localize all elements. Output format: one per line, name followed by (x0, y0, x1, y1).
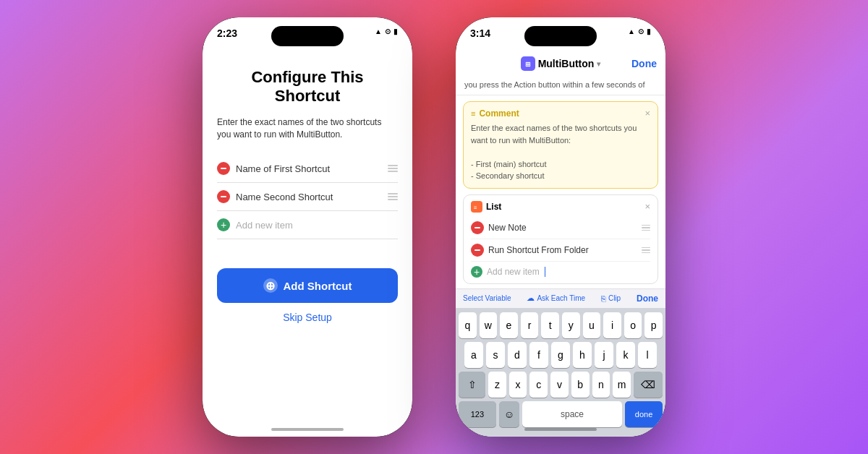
add-item-row[interactable]: Add new item (217, 211, 398, 239)
list-plus-icon[interactable] (471, 266, 482, 278)
list-drag-1[interactable] (642, 225, 650, 231)
svg-text:≡: ≡ (474, 205, 477, 210)
key-k[interactable]: k (616, 342, 635, 368)
wifi-icon-right: ⊙ (638, 27, 644, 35)
key-g[interactable]: g (551, 342, 570, 368)
list-item-2[interactable]: Name Second Shortcut (217, 183, 398, 211)
key-c[interactable]: c (529, 372, 548, 398)
list-row-1[interactable]: New Note (471, 217, 650, 239)
nav-title-text: MultiButton (538, 58, 595, 69)
key-delete[interactable]: ⌫ (634, 372, 663, 398)
key-s[interactable]: s (486, 342, 505, 368)
key-done[interactable]: done (625, 401, 663, 427)
list-block-header: ≡ List × (471, 201, 650, 213)
minus-icon-2[interactable] (217, 190, 230, 203)
key-h[interactable]: h (573, 342, 592, 368)
key-v[interactable]: v (550, 372, 569, 398)
add-shortcut-plus-icon: ⊕ (263, 278, 278, 293)
list-item-1[interactable]: Name of First Shortcut (217, 155, 398, 183)
item-text-2: Name Second Shortcut (236, 192, 333, 202)
svg-text:⊞: ⊞ (525, 61, 531, 68)
key-z[interactable]: z (488, 372, 506, 398)
status-icons-right: ▲ ⊙ ▮ (628, 27, 651, 35)
list-row-2[interactable]: Run Shortcut From Folder (471, 239, 650, 262)
list-icon: ≡ (471, 201, 482, 213)
list-add-item-text: Add new item (487, 267, 540, 277)
bottom-bar-keyboard: 🌐 🎤 (459, 431, 663, 437)
keyboard-row-2: a s d f g h j k l (459, 342, 663, 368)
minus-icon-1[interactable] (217, 162, 230, 175)
select-variable-button[interactable]: Select Variable (463, 294, 511, 302)
key-n[interactable]: n (592, 372, 610, 398)
skip-label: Skip Setup (283, 312, 332, 323)
key-u[interactable]: u (583, 312, 601, 338)
toolbar-done-button[interactable]: Done (637, 294, 658, 304)
key-space[interactable]: space (522, 401, 622, 427)
key-q[interactable]: q (459, 312, 477, 338)
configure-description: Enter the exact names of the two shortcu… (217, 116, 398, 141)
chevron-down-icon: ▾ (597, 60, 600, 68)
add-shortcut-label: Add Shortcut (284, 280, 352, 292)
key-a[interactable]: a (464, 342, 483, 368)
key-p[interactable]: p (644, 312, 663, 338)
plus-icon[interactable] (217, 218, 230, 231)
key-m[interactable]: m (613, 372, 631, 398)
key-y[interactable]: y (562, 312, 580, 338)
skip-setup-link[interactable]: Skip Setup (217, 312, 398, 323)
drag-handle-1[interactable] (388, 165, 398, 172)
time-left: 2:23 (217, 27, 237, 39)
left-phone: 2:23 ▲ ⊙ ▮ Configure This Shortcut Enter… (203, 17, 412, 437)
list-item-1-left: Name of First Shortcut (217, 162, 330, 175)
list-minus-icon-1[interactable] (471, 221, 484, 234)
left-screen-content: Configure This Shortcut Enter the exact … (203, 53, 412, 437)
keyboard: q w e r t y u i o p a s d f g h (456, 308, 665, 437)
key-123[interactable]: 123 (459, 401, 496, 427)
key-o[interactable]: o (624, 312, 642, 338)
clipboard-icon: ⎘ (601, 294, 606, 303)
list-add-item-row[interactable]: Add new item (471, 262, 650, 278)
time-right: 3:14 (470, 27, 490, 39)
key-e[interactable]: e (500, 312, 518, 338)
key-emoji[interactable]: ☺ (499, 401, 519, 427)
comment-header: ≡ Comment × (471, 108, 650, 119)
key-shift[interactable]: ⇧ (459, 372, 485, 398)
wifi-icon: ⊙ (385, 27, 391, 35)
list-minus-icon-2[interactable] (471, 244, 484, 257)
key-w[interactable]: w (480, 312, 498, 338)
globe-icon[interactable]: 🌐 (470, 435, 486, 437)
left-screen: 2:23 ▲ ⊙ ▮ Configure This Shortcut Enter… (203, 17, 412, 437)
list-block: ≡ List × New Note (463, 194, 658, 284)
list-close-button[interactable]: × (644, 201, 650, 212)
signal-icon-right: ▲ (628, 27, 635, 35)
key-t[interactable]: t (541, 312, 559, 338)
ask-each-time-button[interactable]: ☁ Ask Each Time (527, 294, 585, 303)
key-d[interactable]: d (508, 342, 527, 368)
list-row-text-2: Run Shortcut From Folder (488, 245, 589, 255)
nav-title: ⊞ MultiButton ▾ (521, 56, 601, 71)
app-icon: ⊞ (521, 56, 535, 71)
key-j[interactable]: j (595, 342, 613, 368)
key-f[interactable]: f (529, 342, 548, 368)
key-b[interactable]: b (571, 372, 590, 398)
dynamic-island-right (524, 26, 597, 46)
item-text-1: Name of First Shortcut (236, 163, 330, 174)
list-drag-2[interactable] (642, 247, 650, 254)
key-i[interactable]: i (603, 312, 621, 338)
keyboard-row-4: 123 ☺ space done (459, 401, 663, 427)
key-x[interactable]: x (509, 372, 527, 398)
configure-title: Configure This Shortcut (217, 68, 398, 106)
comment-block: ≡ Comment × Enter the exact names of the… (463, 101, 658, 189)
add-item-text: Add new item (236, 220, 293, 231)
nav-done-button[interactable]: Done (631, 58, 657, 69)
comment-close-button[interactable]: × (644, 108, 650, 119)
key-r[interactable]: r (521, 312, 539, 338)
battery-icon-right: ▮ (647, 27, 651, 35)
key-l[interactable]: l (638, 342, 657, 368)
select-variable-label: Select Variable (463, 294, 511, 302)
clipboard-button[interactable]: ⎘ Clip (601, 294, 621, 303)
mic-icon[interactable]: 🎤 (635, 435, 651, 437)
nav-bar: ⊞ MultiButton ▾ Done (456, 53, 665, 75)
drag-handle-2[interactable] (388, 193, 398, 200)
add-shortcut-button[interactable]: ⊕ Add Shortcut (217, 268, 398, 303)
list-row-2-left: Run Shortcut From Folder (471, 244, 589, 257)
